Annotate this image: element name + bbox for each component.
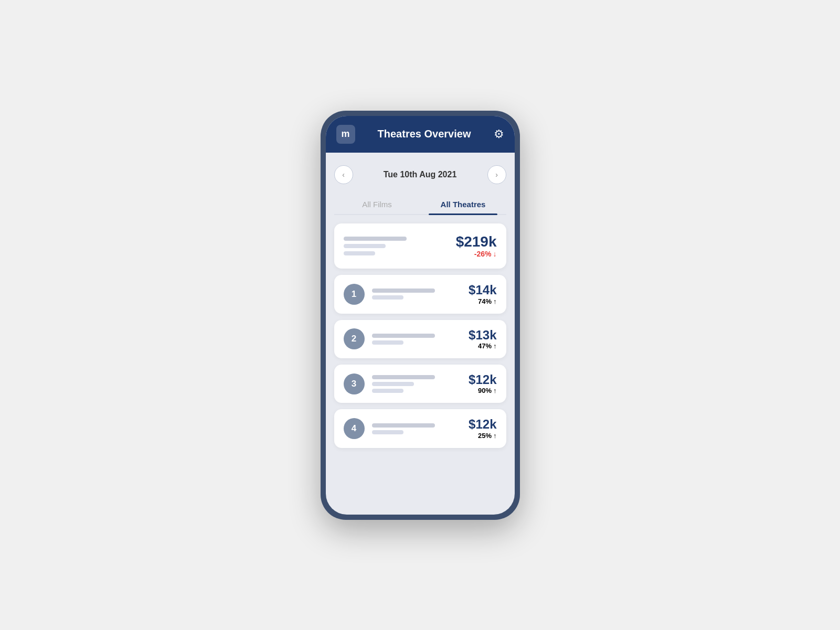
header-title: Theatres Overview xyxy=(378,128,471,140)
app-header: m Theatres Overview ⚙ xyxy=(326,116,515,153)
summary-amount: $219k xyxy=(456,234,497,250)
theatre-info-1 xyxy=(372,289,462,300)
theatre-info-2 xyxy=(372,334,462,345)
theatre-value-1: $14k 74% ↑ xyxy=(469,283,496,305)
phone-frame: m Theatres Overview ⚙ ‹ Tue 10th Aug 202… xyxy=(321,111,520,520)
theatre-change-2: 47% ↑ xyxy=(469,342,496,350)
rank-badge-4: 4 xyxy=(344,418,365,439)
theatre-name-line-2 xyxy=(372,334,435,338)
theatre-name-line-1 xyxy=(372,289,435,293)
theatre-sub-line-2 xyxy=(372,340,403,345)
down-arrow-icon: ↓ xyxy=(493,250,497,258)
placeholder-line-1 xyxy=(344,237,407,241)
summary-placeholder-lines xyxy=(344,237,407,255)
summary-card: $219k -26% ↓ xyxy=(334,223,506,269)
theatre-name-line-3 xyxy=(372,375,435,379)
placeholder-line-2 xyxy=(344,244,386,248)
app-logo: m xyxy=(336,125,355,144)
theatre-card-3[interactable]: 3 $12k 90% ↑ xyxy=(334,365,506,403)
theatre-sub-line-1 xyxy=(372,295,403,300)
theatre-sub-line-3a xyxy=(372,382,414,386)
phone-screen: m Theatres Overview ⚙ ‹ Tue 10th Aug 202… xyxy=(326,116,515,515)
theatre-amount-2: $13k xyxy=(469,328,496,342)
theatre-amount-3: $12k xyxy=(469,373,496,387)
tab-all-theatres[interactable]: All Theatres xyxy=(420,195,506,214)
placeholder-line-3 xyxy=(344,251,375,255)
rank-badge-2: 2 xyxy=(344,328,365,349)
settings-icon[interactable]: ⚙ xyxy=(494,127,504,141)
prev-date-button[interactable]: ‹ xyxy=(334,165,353,184)
date-navigation: ‹ Tue 10th Aug 2021 › xyxy=(334,161,506,188)
theatre-info-4 xyxy=(372,423,462,434)
theatre-sub-line-4 xyxy=(372,430,403,434)
summary-change: -26% ↓ xyxy=(456,250,497,258)
theatre-amount-4: $12k xyxy=(469,418,496,431)
theatre-card-4[interactable]: 4 $12k 25% ↑ xyxy=(334,409,506,447)
up-arrow-icon-4: ↑ xyxy=(493,432,497,440)
rank-badge-3: 3 xyxy=(344,373,365,394)
tab-all-films[interactable]: All Films xyxy=(334,195,420,214)
theatre-change-1: 74% ↑ xyxy=(469,297,496,305)
theatre-change-4: 25% ↑ xyxy=(469,432,496,440)
theatre-value-4: $12k 25% ↑ xyxy=(469,418,496,439)
theatre-card-1[interactable]: 1 $14k 74% ↑ xyxy=(334,275,506,313)
up-arrow-icon-2: ↑ xyxy=(493,342,497,350)
rank-badge-1: 1 xyxy=(344,284,365,305)
up-arrow-icon-1: ↑ xyxy=(493,297,497,305)
tab-bar: All Films All Theatres xyxy=(334,195,506,215)
theatre-info-3 xyxy=(372,375,462,393)
current-date: Tue 10th Aug 2021 xyxy=(384,170,457,179)
main-content: ‹ Tue 10th Aug 2021 › All Films All Thea… xyxy=(326,153,515,515)
theatre-value-3: $12k 90% ↑ xyxy=(469,373,496,394)
theatre-change-3: 90% ↑ xyxy=(469,387,496,394)
next-date-button[interactable]: › xyxy=(487,165,506,184)
up-arrow-icon-3: ↑ xyxy=(493,387,497,394)
summary-value: $219k -26% ↓ xyxy=(456,234,497,259)
theatre-card-2[interactable]: 2 $13k 47% ↑ xyxy=(334,320,506,358)
theatre-sub-line-3b xyxy=(372,389,403,393)
theatre-amount-1: $14k xyxy=(469,283,496,297)
theatre-value-2: $13k 47% ↑ xyxy=(469,328,496,350)
theatre-name-line-4 xyxy=(372,423,435,428)
